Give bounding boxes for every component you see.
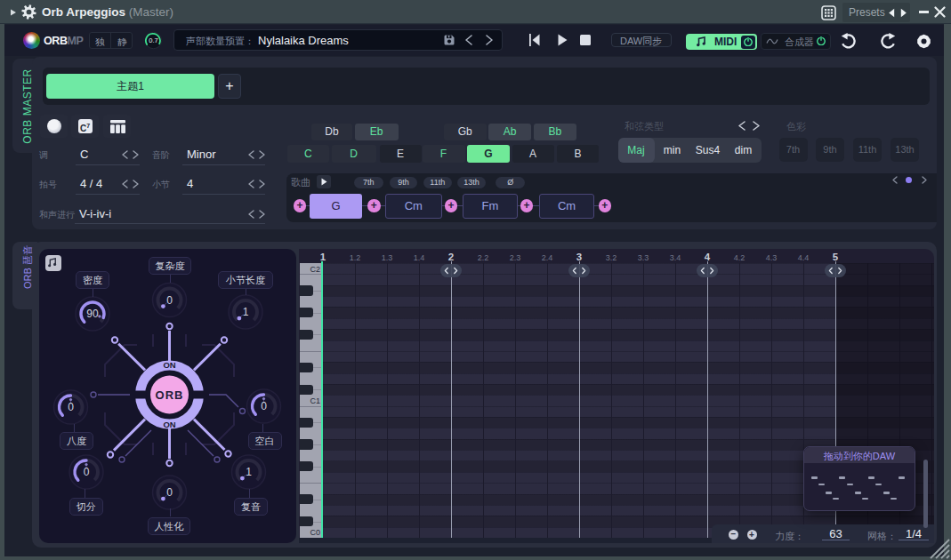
svg-text:0: 0: [84, 466, 90, 478]
svg-text:1: 1: [243, 306, 249, 318]
svg-text:ON: ON: [163, 420, 175, 429]
svg-text:0.7: 0.7: [149, 36, 157, 44]
svg-text:0: 0: [261, 400, 267, 412]
svg-text:ORB: ORB: [156, 388, 184, 402]
svg-text:90: 90: [86, 308, 99, 320]
svg-text:0: 0: [166, 486, 173, 499]
svg-text:1: 1: [246, 466, 252, 478]
svg-text:0: 0: [68, 401, 74, 413]
svg-text:ON: ON: [163, 360, 175, 370]
svg-text:0: 0: [166, 294, 173, 307]
